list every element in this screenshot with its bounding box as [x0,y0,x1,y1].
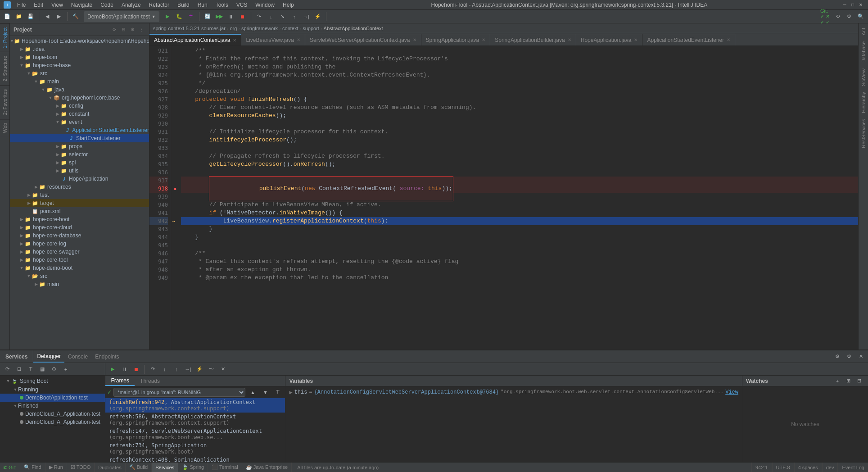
toolbar-build-button[interactable]: 🔨 [70,11,81,22]
thread-dropdown[interactable]: *main*@1 in group "main": RUNNING [113,388,245,397]
tree-item-hope-core-database[interactable]: ▶ 📁 hope-core-database [10,231,149,240]
tree-item-hope-core-cloud[interactable]: ▶ 📁 hope-core-cloud [10,223,149,231]
project-collapse-button[interactable]: ⊟ [119,26,127,34]
status-find[interactable]: 🔍 Find [20,463,45,472]
run-config-selector[interactable]: DemoBootApplication-test ▼ [84,11,159,22]
menu-view[interactable]: View [48,1,67,9]
tree-item-selector[interactable]: ▶ 📁 selector [10,150,149,159]
tab-spring-application[interactable]: SpringApplication.java ✕ [421,34,491,45]
tree-item-hope-core-swagger[interactable]: ▶ 📁 hope-core-swagger [10,248,149,256]
breadcrumb-item-1[interactable]: spring-context-5.3.21-sources.jar [153,26,226,31]
frame-1[interactable]: refresh:586, AbstractApplicationContext … [105,413,285,427]
tree-item-constant[interactable]: ▶ 📁 constant [10,110,149,118]
run-button[interactable]: ▶ [162,11,173,22]
debug-stop[interactable]: ⏹ [131,364,141,375]
code-content[interactable]: /** * Finish the refresh of this context… [179,46,858,349]
menu-build[interactable]: Build [174,1,193,9]
tree-item-hope-core-boot[interactable]: ▶ 📁 hope-core-boot [10,215,149,223]
status-encoding[interactable]: UTF-8 [772,463,794,472]
tree-item-props[interactable]: ▶ 📁 props [10,142,149,150]
menu-file[interactable]: File [14,1,29,9]
tree-item-app-listener[interactable]: J ApplicationStartedEventListener [10,126,149,134]
var-expand-icon[interactable]: ▶ [289,389,292,396]
status-run[interactable]: ▶ Run [45,463,67,472]
tree-item-idea[interactable]: ▶ 📁 .idea [10,45,149,53]
bottom-settings-button[interactable]: ⚙ [832,351,843,362]
watches-collapse-button[interactable]: ⊟ [854,376,864,386]
status-duplicates[interactable]: Duplicates [95,463,125,472]
breadcrumb-active[interactable]: AbstractApplicationContext [324,26,383,31]
sidebar-tab-project[interactable]: 1: Project [0,23,9,52]
tab-hope-application[interactable]: HopeApplication.java ✕ [576,34,643,45]
sidebar-tab-favorites[interactable]: 2: Favorites [0,85,9,118]
tree-item-hope-core-base[interactable]: ▼ 📁 hope-core-base [10,61,149,69]
status-indent[interactable]: 4 spaces [794,463,822,472]
project-settings-button[interactable]: ⚙ [128,26,136,34]
tab-close-6[interactable]: ✕ [727,37,730,42]
svc-running-group[interactable]: ▼ Running [0,386,105,394]
watches-expand-button[interactable]: ⊞ [843,376,854,386]
project-sync-button[interactable]: ⟳ [110,26,118,34]
toolbar-new-button[interactable]: 📄 [2,11,13,22]
tree-item-resources[interactable]: ▶ 📁 resources [10,183,149,191]
thread-up-button[interactable]: ▲ [247,387,258,398]
tree-item-main[interactable]: ▼ 📁 main [10,77,149,86]
bottom-close-button[interactable]: ✕ [855,351,866,362]
right-tab-restservices[interactable]: RestServices [859,116,868,151]
toolbar-forward-button[interactable]: ▶ [54,11,64,22]
status-git[interactable]: ⑆ Git: [0,463,20,472]
status-position[interactable]: 942:1 [751,463,772,472]
status-line-end[interactable]: dev [822,463,838,472]
tree-item-demo-src[interactable]: ▼ 📂 src [10,272,149,280]
var-view-link[interactable]: View [725,389,738,395]
menu-code[interactable]: Code [97,1,117,9]
tree-item-java[interactable]: ▼ 📁 java [10,86,149,94]
tab-spring-app-builder[interactable]: SpringApplicationBuilder.java ✕ [490,34,576,45]
tree-item-test[interactable]: ▶ 📁 test [10,191,149,199]
tree-item-hope-core-tool[interactable]: ▶ 📁 hope-core-tool [10,256,149,264]
debug-step-out[interactable]: ↑ [171,364,181,375]
bottom-gear-button[interactable]: ⚙ [844,351,854,362]
console-tab[interactable]: Console [64,350,91,363]
breadcrumb-item-4[interactable]: context [282,26,298,31]
menu-refactor[interactable]: Refactor [145,1,173,9]
toolbar-run-cursor[interactable]: →| [301,11,312,22]
menu-tools[interactable]: Tools [212,1,232,9]
maximize-button[interactable]: □ [849,1,856,9]
tab-close-4[interactable]: ✕ [568,37,571,42]
tab-close-2[interactable]: ✕ [413,37,416,42]
svc-add-button[interactable]: + [60,364,71,375]
menu-vcs[interactable]: VCS [233,1,251,9]
frame-4[interactable]: refreshContext:408, SpringApplication (o… [105,456,285,462]
vcs-button[interactable]: ⟲ [832,11,843,22]
toolbar-stop-button[interactable]: ⏹ [237,11,248,22]
toolbar-eval[interactable]: ⚡ [312,11,323,22]
toolbar-search[interactable]: 🔍 [855,11,866,22]
thread-down-button[interactable]: ▼ [260,387,271,398]
coverage-button[interactable]: ☂ [185,11,196,22]
debug-step-into[interactable]: ↓ [159,364,170,375]
var-this[interactable]: ▶ this = {AnnotationConfigServletWebServ… [287,388,740,397]
debug-resume[interactable]: ▶ [107,364,118,375]
debug-pause[interactable]: ⏸ [119,364,130,375]
thread-filter-button[interactable]: ⊤ [272,387,283,398]
svc-group-button[interactable]: ▦ [37,364,48,375]
debug-clear[interactable]: ✕ [217,364,228,375]
toolbar-update-button[interactable]: 🔄 [202,11,213,22]
tab-servlet-web-server[interactable]: ServletWebServerApplicationContext.java … [305,34,421,45]
toolbar-back-button[interactable]: ◀ [42,11,53,22]
toolbar-step-out[interactable]: ↑ [289,11,300,22]
menu-navigate[interactable]: Navigate [68,1,96,9]
tree-item-config[interactable]: ▶ 📁 config [10,102,149,110]
tree-item-spi[interactable]: ▶ 📁 spi [10,159,149,167]
threads-tab[interactable]: Threads [135,376,165,386]
debug-eval[interactable]: ⚡ [194,364,205,375]
toolbar-save-button[interactable]: 💾 [25,11,36,22]
tree-item-start-listener[interactable]: J StartEventListener [10,134,149,142]
tree-item-hope-demo-boot[interactable]: ▼ 📁 hope-demo-boot [10,264,149,272]
right-tab-sciview[interactable]: SciView [859,66,868,89]
toolbar-step-smart[interactable]: ↘ [277,11,288,22]
frame-0[interactable]: finishRefresh:942, AbstractApplicationCo… [105,398,285,413]
toolbar-step-into[interactable]: ↓ [266,11,276,22]
svc-finished-group[interactable]: ▼ Finished [0,402,105,410]
